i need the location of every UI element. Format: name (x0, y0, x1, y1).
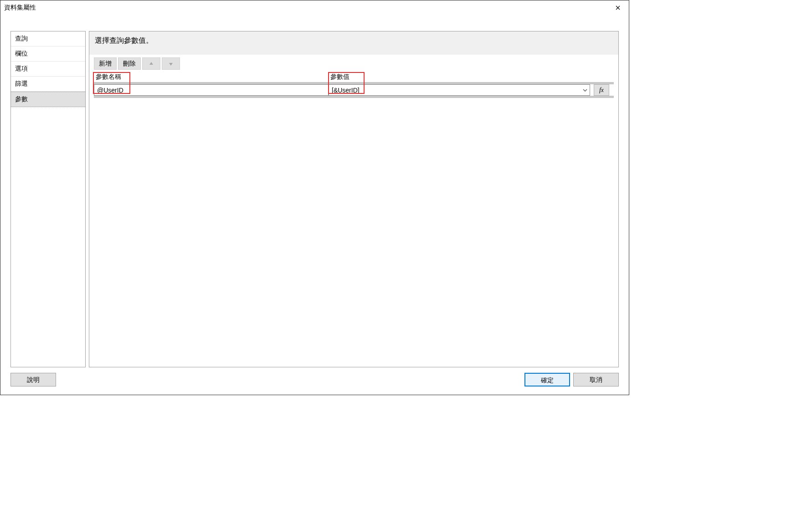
help-button[interactable]: 說明 (10, 373, 56, 386)
column-header-value: 參數值 (329, 72, 590, 82)
param-value-input[interactable] (329, 84, 590, 96)
titlebar: 資料集屬性 (0, 0, 629, 15)
dialog-footer: 說明 確定 取消 (0, 367, 629, 395)
inner-panel: 新增 刪除 (89, 55, 618, 367)
sidebar-item-query[interactable]: 查詢 (11, 31, 85, 46)
cancel-button[interactable]: 取消 (573, 373, 619, 386)
dataset-properties-dialog: 資料集屬性 查詢 欄位 選項 篩選 參數 選擇查詢參數值。 新增 刪除 (0, 0, 629, 395)
table-row: fx (94, 84, 614, 96)
sidebar-item-parameters[interactable]: 參數 (11, 92, 85, 107)
close-icon (616, 5, 620, 10)
main-panel: 選擇查詢參數值。 新增 刪除 (89, 31, 619, 367)
move-down-button[interactable] (162, 57, 180, 70)
sidebar: 查詢 欄位 選項 篩選 參數 (10, 31, 86, 367)
instruction-text: 選擇查詢參數值。 (89, 36, 618, 55)
arrow-down-icon (168, 61, 174, 67)
toolbar: 新增 刪除 (89, 55, 618, 72)
sidebar-item-filters[interactable]: 篩選 (11, 77, 85, 92)
parameters-grid: 參數名稱 參數值 (89, 72, 618, 367)
sidebar-item-fields[interactable]: 欄位 (11, 46, 85, 62)
param-name-input[interactable] (94, 84, 329, 96)
expression-button[interactable]: fx (594, 84, 609, 96)
content-area: 查詢 欄位 選項 篩選 參數 選擇查詢參數值。 新增 刪除 (0, 15, 629, 367)
close-button[interactable] (611, 2, 625, 14)
column-header-name: 參數名稱 (94, 72, 329, 82)
sidebar-item-options[interactable]: 選項 (11, 62, 85, 77)
add-button[interactable]: 新增 (94, 57, 117, 70)
delete-button[interactable]: 刪除 (118, 57, 141, 70)
dialog-title: 資料集屬性 (4, 4, 36, 12)
ok-button[interactable]: 確定 (524, 373, 570, 386)
fx-icon: fx (599, 87, 604, 94)
move-up-button[interactable] (142, 57, 160, 70)
arrow-up-icon (149, 61, 154, 67)
